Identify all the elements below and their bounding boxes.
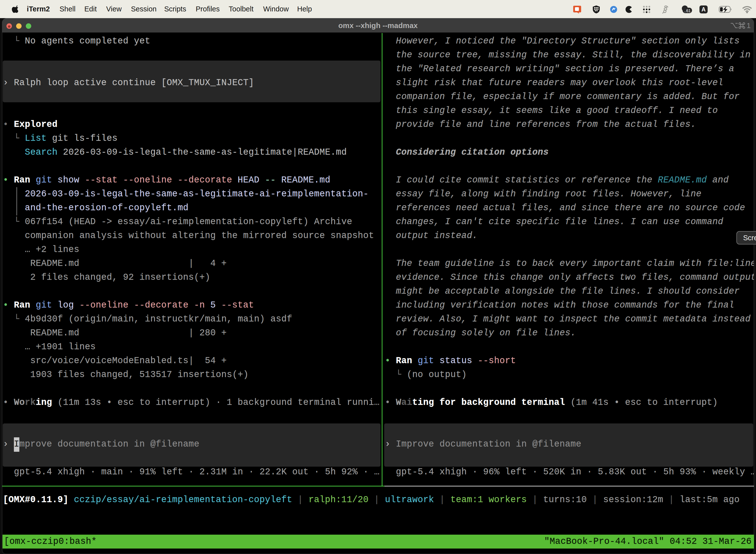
svg-text:1: 1 [747, 21, 751, 30]
svg-text:..61: ..61 [684, 9, 691, 13]
svg-text:A: A [701, 6, 706, 13]
